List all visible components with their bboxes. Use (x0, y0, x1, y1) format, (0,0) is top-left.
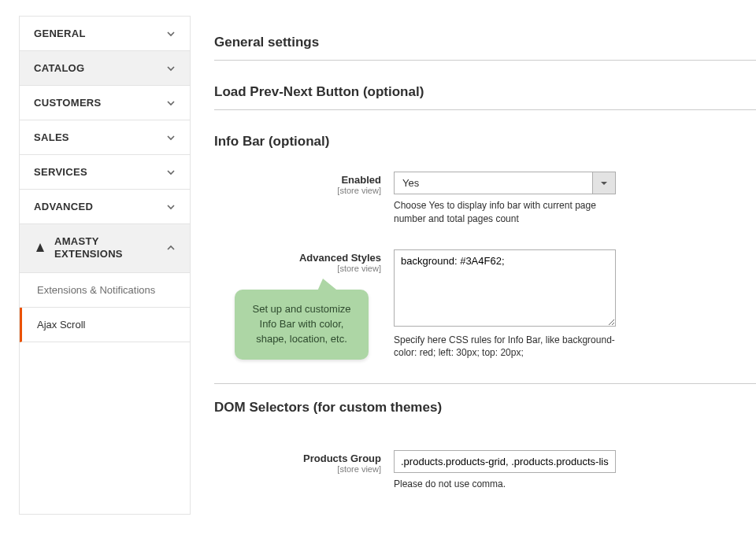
field-enabled: Enabled [store view] Yes Choose Yes to d… (214, 172, 756, 226)
nav-label: Sales (34, 131, 69, 143)
nav-label: Amasty Extensions (54, 235, 123, 261)
products-group-input[interactable] (394, 450, 616, 473)
nav-item-customers[interactable]: Customers (20, 86, 190, 120)
select-toggle-button[interactable] (592, 172, 616, 194)
nav-item-amasty-extensions[interactable]: Amasty Extensions (20, 224, 190, 273)
nav-label: Advanced (34, 201, 93, 212)
chevron-down-icon (166, 168, 176, 177)
enabled-select[interactable]: Yes (394, 172, 616, 194)
field-products-group: Products Group [store view] Please do no… (214, 450, 756, 491)
chevron-down-icon (166, 98, 176, 108)
nav-item-services[interactable]: Services (20, 155, 190, 190)
config-tabs-sidebar: General Catalog Customers Sales Services… (19, 16, 191, 515)
enabled-select-value: Yes (394, 172, 592, 194)
nav-item-advanced[interactable]: Advanced (20, 190, 190, 224)
nav-item-sales[interactable]: Sales (20, 120, 190, 155)
scope-label: [store view] (214, 186, 381, 195)
amasty-logo-icon (34, 242, 46, 254)
scope-label: [store view] (214, 264, 381, 273)
chevron-up-icon (166, 243, 176, 253)
nav-subitem-extensions-notifications[interactable]: Extensions & Notifications (20, 273, 190, 308)
section-load-prev-next[interactable]: Load Prev-Next Button (optional) (214, 75, 756, 110)
styles-note: Specify here CSS rules for Info Bar, lik… (394, 334, 616, 360)
chevron-down-icon (166, 133, 176, 142)
chevron-down-icon (166, 64, 176, 73)
nav-item-general[interactable]: General (20, 17, 190, 51)
nav-label: Services (34, 166, 87, 178)
styles-label: Advanced Styles (299, 252, 381, 264)
pgroup-label: Products Group (303, 452, 381, 464)
advanced-styles-textarea[interactable] (394, 249, 616, 327)
caret-down-icon (601, 180, 607, 187)
nav-label: Customers (34, 97, 102, 109)
tooltip-callout: Set up and customize Info Bar with color… (235, 290, 369, 360)
nav-label: Catalog (34, 62, 84, 74)
chevron-down-icon (166, 29, 176, 39)
pgroup-note: Please do not use comma. (394, 478, 616, 491)
chevron-down-icon (166, 202, 176, 212)
main-content: General settings Load Prev-Next Button (… (191, 0, 756, 515)
nav-label: General (34, 28, 86, 39)
nav-subitem-ajax-scroll[interactable]: Ajax Scroll (20, 308, 190, 342)
enabled-note: Choose Yes to display info bar with curr… (394, 199, 616, 226)
section-dom-selectors[interactable]: DOM Selectors (for custom themes) (214, 383, 756, 425)
scope-label: [store view] (214, 464, 381, 474)
nav-item-catalog[interactable]: Catalog (20, 51, 190, 86)
dom-fieldset: Products Group [store view] Please do no… (214, 425, 756, 515)
section-info-bar[interactable]: Info Bar (optional) (214, 124, 756, 159)
enabled-label: Enabled (341, 174, 381, 186)
section-general-settings[interactable]: General settings (214, 25, 756, 61)
